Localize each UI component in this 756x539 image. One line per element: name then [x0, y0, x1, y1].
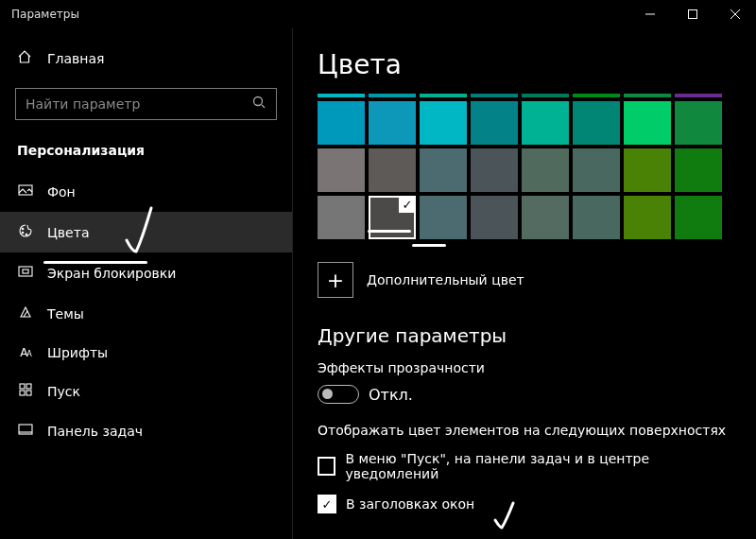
svg-rect-15 [26, 391, 31, 395]
color-swatch[interactable] [369, 101, 416, 145]
search-input[interactable]: Найти параметр [15, 88, 277, 120]
start-icon [17, 383, 34, 399]
transparency-toggle[interactable] [318, 385, 359, 404]
nav-label: Шрифты [47, 345, 108, 360]
color-strip-cell [420, 94, 467, 97]
sidebar-item-taskbar[interactable]: Панель задач [0, 410, 292, 451]
color-swatch[interactable] [624, 196, 671, 239]
add-color-label: Дополнительный цвет [367, 272, 524, 287]
svg-point-9 [26, 234, 27, 235]
nav-label: Цвета [47, 225, 89, 240]
svg-rect-14 [20, 391, 25, 395]
settings-window: Параметры Главная Найти параметр [0, 0, 756, 539]
color-strip-cell [369, 94, 416, 97]
add-color-button[interactable]: + [318, 262, 353, 298]
color-swatch[interactable] [522, 148, 569, 192]
svg-point-8 [22, 232, 24, 234]
color-swatch[interactable] [573, 148, 620, 192]
search-icon [251, 95, 266, 113]
taskbar-icon [17, 422, 34, 440]
transparency-label: Эффекты прозрачности [318, 360, 731, 375]
color-strip-cell [573, 94, 620, 97]
nav-label: Фон [47, 184, 76, 200]
svg-rect-1 [688, 10, 696, 19]
svg-point-7 [22, 228, 24, 230]
color-strip-cell [675, 94, 722, 97]
color-swatch[interactable] [471, 196, 518, 239]
color-swatch[interactable] [675, 148, 722, 192]
sidebar-item-lockscreen[interactable]: Экран блокировки [0, 252, 292, 293]
sidebar-item-background[interactable]: Фон [0, 171, 292, 212]
section-title: Персонализация [0, 135, 292, 171]
themes-icon [17, 304, 34, 322]
search-placeholder: Найти параметр [26, 96, 244, 112]
annotation-underline [43, 261, 147, 264]
sidebar-item-start[interactable]: Пуск [0, 372, 292, 410]
color-swatch[interactable] [675, 196, 722, 239]
svg-rect-10 [19, 267, 32, 276]
toggle-state-label: Откл. [369, 386, 413, 404]
svg-point-4 [254, 97, 263, 106]
svg-rect-12 [20, 384, 25, 389]
color-swatch[interactable] [318, 148, 365, 192]
page-title: Цвета [318, 49, 731, 80]
color-swatch[interactable] [573, 196, 620, 239]
color-swatch[interactable]: ✓ [369, 196, 416, 239]
svg-rect-13 [26, 384, 31, 389]
home-link[interactable]: Главная [0, 38, 292, 78]
checkbox-icon [318, 457, 335, 476]
color-swatch[interactable] [420, 148, 467, 192]
color-strip-cell [471, 94, 518, 97]
color-swatch[interactable] [675, 101, 722, 145]
minimize-button[interactable] [628, 0, 671, 28]
sidebar: Главная Найти параметр Персонализация Фо… [0, 28, 293, 539]
check-icon: ✓ [399, 196, 416, 213]
color-strip-cell [522, 94, 569, 97]
svg-line-5 [262, 105, 265, 108]
checkbox-label: В заголовках окон [346, 496, 474, 512]
color-swatch[interactable] [624, 148, 671, 192]
more-params-title: Другие параметры [318, 324, 731, 347]
nav-label: Панель задач [47, 424, 143, 439]
window-title: Параметры [11, 8, 79, 21]
checkbox-icon [318, 495, 336, 513]
nav-label: Пуск [47, 384, 80, 399]
surface-label: Отображать цвет элементов на следующих п… [318, 423, 731, 438]
color-swatch[interactable] [573, 101, 620, 145]
color-swatch[interactable] [471, 148, 518, 192]
color-palette: ✓ [318, 101, 731, 239]
nav-label: Экран блокировки [47, 266, 176, 281]
home-label: Главная [47, 51, 104, 66]
checkbox-titlebars[interactable]: В заголовках окон [318, 495, 731, 513]
checkbox-label: В меню "Пуск", на панели задач и в центр… [345, 451, 731, 481]
close-button[interactable] [713, 0, 756, 28]
color-accent-strip [318, 94, 731, 97]
annotation-underline-swatch [368, 230, 411, 233]
palette-icon [17, 223, 34, 241]
color-swatch[interactable] [420, 101, 467, 145]
color-swatch[interactable] [471, 101, 518, 145]
picture-icon [17, 183, 34, 200]
sidebar-item-themes[interactable]: Темы [0, 293, 292, 334]
sidebar-item-colors[interactable]: Цвета [0, 212, 292, 252]
color-swatch[interactable] [318, 196, 365, 239]
annotation-underline-swatch2 [412, 244, 446, 247]
svg-rect-11 [23, 270, 28, 273]
fonts-icon: AA [17, 346, 34, 359]
color-strip-cell [318, 94, 365, 97]
color-swatch[interactable] [522, 101, 569, 145]
nav-label: Темы [47, 306, 84, 322]
color-swatch[interactable] [369, 148, 416, 192]
titlebar: Параметры [0, 0, 756, 28]
main-content: Цвета ✓ + Дополнительный цвет Другие пар… [293, 28, 756, 539]
color-strip-cell [624, 94, 671, 97]
lockscreen-icon [17, 264, 34, 282]
color-swatch[interactable] [624, 101, 671, 145]
color-swatch[interactable] [420, 196, 467, 239]
maximize-button[interactable] [671, 0, 713, 28]
sidebar-item-fonts[interactable]: AA Шрифты [0, 334, 292, 372]
checkbox-start-taskbar[interactable]: В меню "Пуск", на панели задач и в центр… [318, 451, 731, 481]
home-icon [17, 49, 34, 67]
color-swatch[interactable] [522, 196, 569, 239]
color-swatch[interactable] [318, 101, 365, 145]
